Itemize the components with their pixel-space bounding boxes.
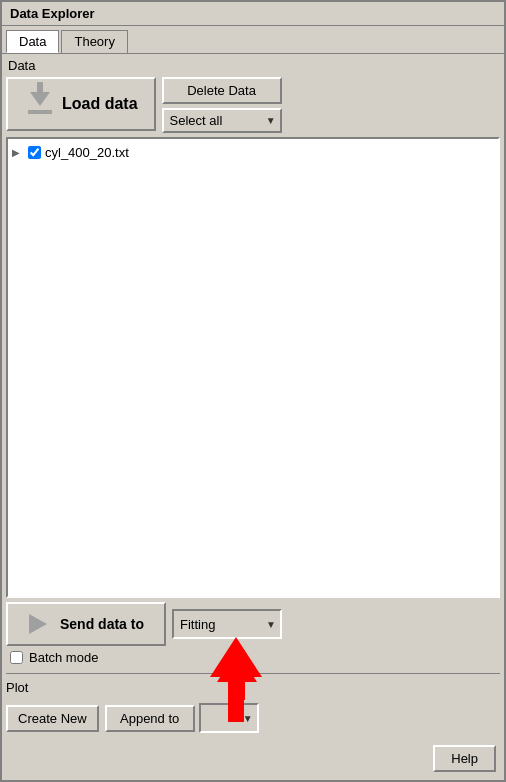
title-bar: Data Explorer xyxy=(2,2,504,26)
right-toolbar: Delete Data Select all Deselect all ▼ xyxy=(162,77,282,133)
send-arrow-icon xyxy=(24,610,52,638)
plot-buttons-row: Create New Append to ▼ xyxy=(6,703,500,733)
file-name: cyl_400_20.txt xyxy=(45,145,129,160)
send-data-row: Send data to Fitting Invariant Pr Invers… xyxy=(6,602,500,646)
file-checkbox[interactable] xyxy=(28,146,41,159)
send-data-to-button[interactable]: Send data to xyxy=(6,602,166,646)
delete-data-button[interactable]: Delete Data xyxy=(162,77,282,104)
data-section-label: Data xyxy=(6,58,500,73)
batch-mode-row: Batch mode xyxy=(10,650,500,665)
fitting-dropdown[interactable]: Fitting Invariant Pr Inversion xyxy=(174,615,262,634)
append-to-button[interactable]: Append to xyxy=(105,705,195,732)
plot-section-label: Plot xyxy=(6,680,500,695)
file-list: ▶ cyl_400_20.txt xyxy=(6,137,500,598)
fitting-dropdown-wrapper[interactable]: Fitting Invariant Pr Inversion ▼ xyxy=(172,609,282,639)
download-arrow xyxy=(30,92,50,106)
content-area: Data Load data Delete Data xyxy=(2,54,504,780)
file-item: ▶ cyl_400_20.txt xyxy=(12,143,494,162)
load-data-button[interactable]: Load data xyxy=(6,77,156,131)
load-data-label: Load data xyxy=(62,95,138,113)
tab-theory[interactable]: Theory xyxy=(61,30,127,53)
append-dropdown-wrapper[interactable]: ▼ xyxy=(199,703,259,733)
send-arrow-shape xyxy=(29,614,47,634)
help-row: Help xyxy=(6,745,500,772)
tab-data[interactable]: Data xyxy=(6,30,59,53)
send-data-to-label: Send data to xyxy=(60,616,144,632)
window-title: Data Explorer xyxy=(10,6,95,21)
batch-mode-checkbox[interactable] xyxy=(10,651,23,664)
bottom-section: Send data to Fitting Invariant Pr Invers… xyxy=(6,598,500,776)
append-dropdown[interactable] xyxy=(201,709,239,728)
download-base xyxy=(28,110,52,114)
plot-section: Plot Create New Append to ▼ xyxy=(6,673,500,739)
toolbar: Load data Delete Data Select all Deselec… xyxy=(6,77,500,133)
batch-mode-label: Batch mode xyxy=(29,650,98,665)
fitting-chevron-icon: ▼ xyxy=(262,619,280,630)
select-all-dropdown[interactable]: Select all Deselect all xyxy=(164,110,262,131)
expand-arrow-icon[interactable]: ▶ xyxy=(12,147,24,158)
window: Data Explorer Data Theory Data Load data xyxy=(0,0,506,782)
data-section: Data Load data Delete Data xyxy=(6,58,500,598)
create-new-button[interactable]: Create New xyxy=(6,705,99,732)
tab-bar: Data Theory xyxy=(2,26,504,54)
append-chevron-icon: ▼ xyxy=(239,713,257,724)
download-icon xyxy=(24,86,56,122)
download-stem xyxy=(37,82,43,92)
chevron-down-icon: ▼ xyxy=(262,115,280,126)
select-all-wrapper[interactable]: Select all Deselect all ▼ xyxy=(162,108,282,133)
help-button[interactable]: Help xyxy=(433,745,496,772)
append-to-wrapper: Append to ▼ xyxy=(105,703,259,733)
